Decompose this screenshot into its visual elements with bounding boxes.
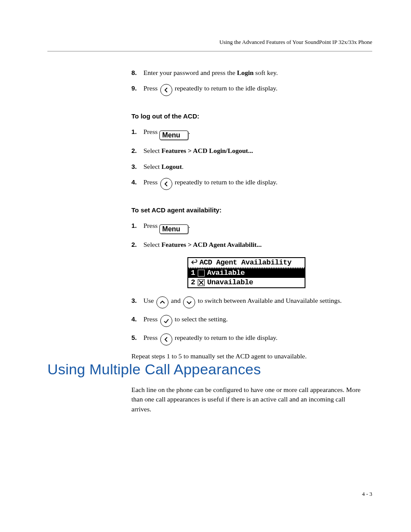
step-4: 4. Press to select the setting. [131, 314, 366, 327]
step-3: 3. Select Logout. [131, 162, 366, 171]
step-text: Press repeatedly to return to the idle d… [143, 84, 277, 92]
text-fragment: Select [143, 147, 162, 154]
text-fragment: to select the setting. [173, 315, 228, 323]
step-4: 4. Press repeatedly to return to the idl… [131, 177, 366, 190]
step-text: Select Features > ACD Agent Availabilit.… [143, 241, 262, 248]
step-text: Select Features > ACD Login/Logout... [143, 147, 253, 154]
page-number: 4 - 3 [362, 491, 372, 498]
text-fragment: Press [143, 315, 159, 323]
step-8: 8. Enter your password and press the Log… [131, 68, 366, 78]
lcd-option-number: 2 [191, 277, 195, 288]
step-number: 3. [131, 296, 137, 305]
procedure-heading-logout: To log out of the ACD: [131, 112, 366, 121]
step-text: Press Menu. [143, 222, 190, 229]
lcd-option-1: 1 Available [188, 268, 305, 278]
lcd-option-label: Unavailable [207, 277, 253, 288]
down-arrow-icon [183, 296, 195, 308]
menu-path: Features > ACD Login/Logout... [162, 147, 253, 154]
step-5: 5. Press repeatedly to return to the idl… [131, 333, 366, 345]
lcd-title: ACD Agent Availability [199, 258, 291, 268]
up-arrow-icon [156, 296, 168, 308]
lcd-option-label: Available [207, 268, 245, 279]
lcd-option-number: 1 [191, 268, 195, 279]
content-area: 8. Enter your password and press the Log… [131, 64, 366, 361]
steps-continued: 8. Enter your password and press the Log… [131, 68, 366, 96]
running-header: Using the Advanced Features of Your Soun… [219, 39, 372, 46]
menu-item: Logout [162, 163, 182, 170]
step-number: 3. [131, 162, 137, 171]
text-fragment: Press [143, 222, 159, 229]
step-number: 5. [131, 333, 137, 342]
left-arrow-icon [160, 84, 172, 96]
step-number: 8. [131, 68, 137, 78]
menu-path: Features > ACD Agent Availabilit... [162, 241, 262, 248]
step-text: Press repeatedly to return to the idle d… [143, 334, 277, 341]
step-text: Press repeatedly to return to the idle d… [143, 178, 277, 186]
steps-availability-b: 3. Use and to switch between Available a… [131, 296, 366, 345]
steps-logout: 1. Press Menu. 2. Select Features > ACD … [131, 127, 366, 190]
procedure-heading-availability: To set ACD agent availability: [131, 205, 366, 215]
steps-availability-a: 1. Press Menu. 2. Select Features > ACD … [131, 221, 366, 249]
step-text: Press Menu. [143, 128, 190, 135]
text-fragment: Select [143, 241, 162, 248]
step-number: 4. [131, 314, 137, 324]
step-number: 1. [131, 221, 137, 230]
text-fragment: repeatedly to return to the idle display… [173, 84, 278, 92]
section-heading: Using Multiple Call Appearances [47, 361, 366, 378]
step-number: 1. [131, 127, 137, 137]
step-text: Enter your password and press the Login … [143, 69, 278, 76]
lcd-option-2: 2 Unavailable [188, 278, 305, 287]
phone-lcd-display: ACD Agent Availability 1 Available 2 Una… [187, 257, 305, 288]
step-9: 9. Press repeatedly to return to the idl… [131, 84, 366, 96]
step-1: 1. Press Menu. [131, 127, 366, 140]
checkbox-checked-icon [198, 279, 205, 286]
return-icon [191, 259, 198, 266]
text-fragment: Press [143, 84, 159, 92]
left-arrow-icon [160, 333, 172, 345]
text-fragment: repeatedly to return to the idle display… [173, 178, 278, 186]
text-fragment: . [188, 128, 190, 135]
step-text: Use and to switch between Available and … [143, 297, 342, 304]
text-fragment: and [169, 297, 182, 304]
section-body: Each line on the phone can be configured… [131, 385, 366, 414]
text-fragment: . [182, 163, 184, 170]
page: Using the Advanced Features of Your Soun… [0, 0, 411, 532]
step-2: 2. Select Features > ACD Login/Logout... [131, 146, 366, 156]
step-text: Select Logout. [143, 163, 184, 170]
step-3: 3. Use and to switch between Available a… [131, 296, 366, 308]
softkey-name: Login [237, 69, 254, 76]
step-text: Press to select the setting. [143, 315, 228, 323]
header-rule [47, 51, 372, 52]
checkbox-empty-icon [198, 270, 205, 277]
text-fragment: Enter your password and press the [143, 69, 237, 76]
step-number: 4. [131, 177, 137, 187]
text-fragment: Press [143, 178, 159, 186]
text-fragment: soft key. [254, 69, 278, 76]
menu-button-icon: Menu [159, 131, 189, 140]
step-1: 1. Press Menu. [131, 221, 366, 234]
step-2: 2. Select Features > ACD Agent Availabil… [131, 240, 366, 249]
repeat-note: Repeat steps 1 to 5 to manually set the … [131, 352, 366, 361]
menu-button-icon: Menu [159, 224, 189, 234]
step-number: 2. [131, 146, 137, 156]
text-fragment: to switch between Available and Unavaila… [196, 297, 342, 304]
text-fragment: Select [143, 163, 162, 170]
lcd-title-row: ACD Agent Availability [188, 258, 305, 268]
check-icon [160, 315, 172, 327]
step-number: 9. [131, 84, 137, 93]
step-number: 2. [131, 240, 137, 249]
text-fragment: Press [143, 128, 159, 135]
text-fragment: Use [143, 297, 156, 304]
text-fragment: repeatedly to return to the idle display… [173, 334, 278, 341]
left-arrow-icon [160, 178, 172, 190]
text-fragment: Press [143, 334, 159, 341]
text-fragment: . [188, 222, 190, 229]
